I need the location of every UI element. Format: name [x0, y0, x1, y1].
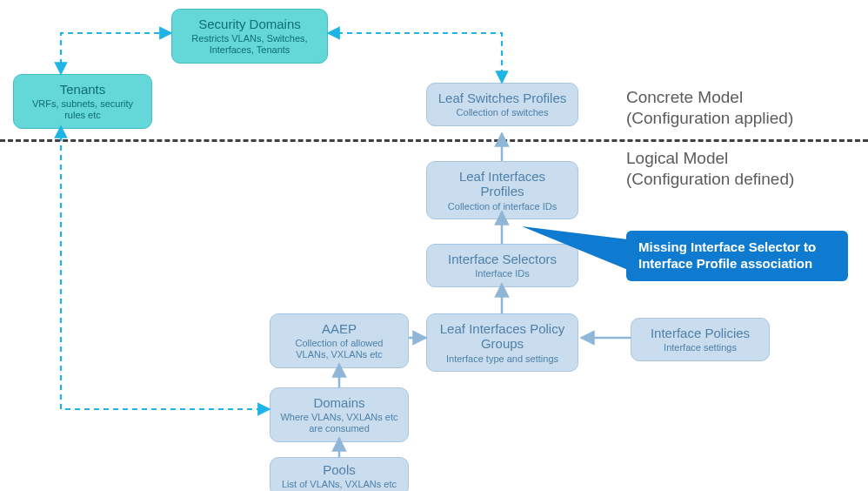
- callout-missing-association: Missing Interface Selector to Interface …: [626, 231, 848, 281]
- node-ip-title: Interface Policies: [640, 326, 760, 340]
- callout-line2: Interface Profile association: [638, 256, 812, 271]
- node-lipg-sub: Interface type and settings: [436, 353, 569, 365]
- node-security-domains-title: Security Domains: [181, 17, 318, 31]
- node-interface-selectors: Interface Selectors Interface IDs: [426, 244, 578, 287]
- callout-line1: Missing Interface Selector to: [638, 239, 816, 254]
- edge-tenants-domains: [61, 126, 270, 409]
- model-divider: [0, 139, 868, 142]
- node-lsp-sub: Collection of switches: [436, 107, 569, 118]
- node-lipg-title: Leaf Interfaces Policy Groups: [436, 321, 569, 352]
- node-leaf-interfaces-policy-groups: Leaf Interfaces Policy Groups Interface …: [426, 313, 578, 372]
- node-security-domains-sub: Restricts VLANs, Switches, Interfaces, T…: [181, 33, 318, 55]
- node-aaep-sub: Collection of allowed VLANs, VXLANs etc: [279, 338, 399, 360]
- edge-tenants-security: [61, 33, 171, 74]
- node-security-domains: Security Domains Restricts VLANs, Switch…: [171, 9, 328, 64]
- node-leaf-interfaces-profiles: Leaf Interfaces Profiles Collection of i…: [426, 161, 578, 219]
- node-tenants: Tenants VRFs, subnets, security rules et…: [13, 74, 152, 129]
- node-ip-sub: Interface settings: [640, 342, 760, 353]
- node-domains-sub: Where VLANs, VXLANs etc are consumed: [279, 412, 399, 434]
- node-tenants-sub: VRFs, subnets, security rules etc: [23, 98, 143, 120]
- logical-model-label: Logical Model (Configuration defined): [626, 148, 794, 190]
- edge-security-leafswitches: [328, 33, 502, 83]
- node-is-sub: Interface IDs: [436, 268, 569, 279]
- concrete-line1: Concrete Model: [626, 88, 743, 106]
- node-interface-policies: Interface Policies Interface settings: [631, 318, 770, 361]
- logical-line2: (Configuration defined): [626, 170, 794, 188]
- node-tenants-title: Tenants: [23, 82, 143, 97]
- node-domains-title: Domains: [279, 395, 399, 410]
- node-lsp-title: Leaf Switches Profiles: [436, 91, 569, 105]
- node-aaep: AAEP Collection of allowed VLANs, VXLANs…: [270, 313, 409, 368]
- concrete-line2: (Configuration applied): [626, 109, 793, 127]
- node-pools-title: Pools: [279, 462, 399, 477]
- node-pools: Pools List of VLANs, VXLANs etc: [270, 457, 409, 491]
- node-lip-title: Leaf Interfaces Profiles: [436, 169, 569, 199]
- node-domains: Domains Where VLANs, VXLANs etc are cons…: [270, 387, 409, 442]
- node-aaep-title: AAEP: [279, 321, 399, 336]
- logical-line1: Logical Model: [626, 149, 728, 167]
- concrete-model-label: Concrete Model (Configuration applied): [626, 87, 793, 129]
- node-lip-sub: Collection of interface IDs: [436, 201, 569, 212]
- node-is-title: Interface Selectors: [436, 252, 569, 266]
- node-pools-sub: List of VLANs, VXLANs etc: [279, 479, 399, 490]
- node-leaf-switches-profiles: Leaf Switches Profiles Collection of swi…: [426, 83, 578, 126]
